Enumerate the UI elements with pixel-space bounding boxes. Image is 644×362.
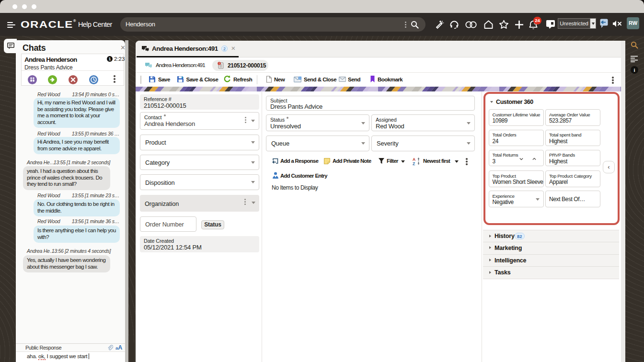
svg-text:Z: Z xyxy=(413,161,415,166)
